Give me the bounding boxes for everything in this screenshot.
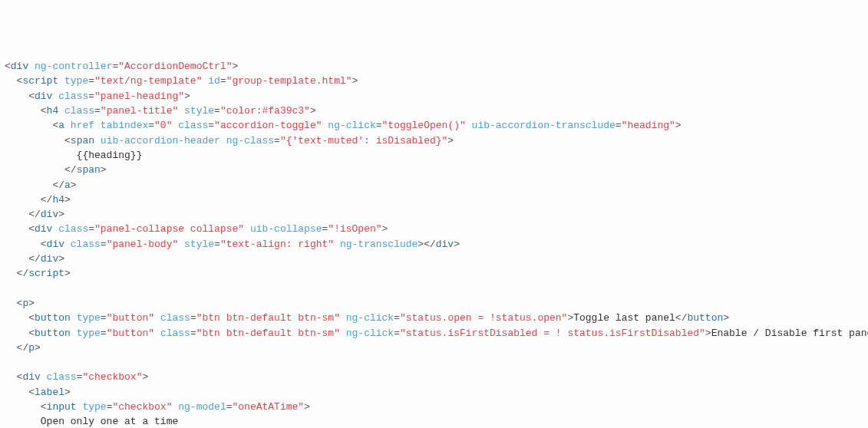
code-line: </div> xyxy=(5,209,64,220)
code-line: <div class="checkbox"> xyxy=(5,371,148,383)
code-line: <div class="panel-heading"> xyxy=(5,91,190,102)
code-line: <span uib-accordion-header ng-class="{'t… xyxy=(5,135,454,147)
code-line: </a> xyxy=(5,179,77,191)
code-line: <p> xyxy=(5,298,35,309)
code-line: <label> xyxy=(5,387,71,398)
code-line: </script> xyxy=(5,268,71,279)
code-line: <button type="button" class="btn btn-def… xyxy=(5,328,868,339)
code-line: <div ng-controller="AccordionDemoCtrl"> xyxy=(5,61,238,72)
code-line: </h4> xyxy=(5,194,71,206)
code-line: <button type="button" class="btn btn-def… xyxy=(5,312,729,324)
code-line: <script type="text/ng-template" id="grou… xyxy=(5,75,358,87)
code-line: </div> xyxy=(5,253,64,265)
code-line: {{heading}} xyxy=(5,150,142,161)
code-line: <input type="checkbox" ng-model="oneAtAT… xyxy=(5,401,310,413)
code-line: Open only one at a time xyxy=(5,416,178,427)
code-line: <div class="panel-body" style="text-alig… xyxy=(5,239,460,250)
code-block: <div ng-controller="AccordionDemoCtrl"> … xyxy=(0,59,868,428)
code-line: </span> xyxy=(5,164,107,176)
code-line: <a href tabindex="0" class="accordion-to… xyxy=(5,120,682,131)
code-line: </p> xyxy=(5,342,41,354)
code-line: <h4 class="panel-title" style="color:#fa… xyxy=(5,105,316,117)
code-line: <div class="panel-collapse collapse" uib… xyxy=(5,223,388,235)
